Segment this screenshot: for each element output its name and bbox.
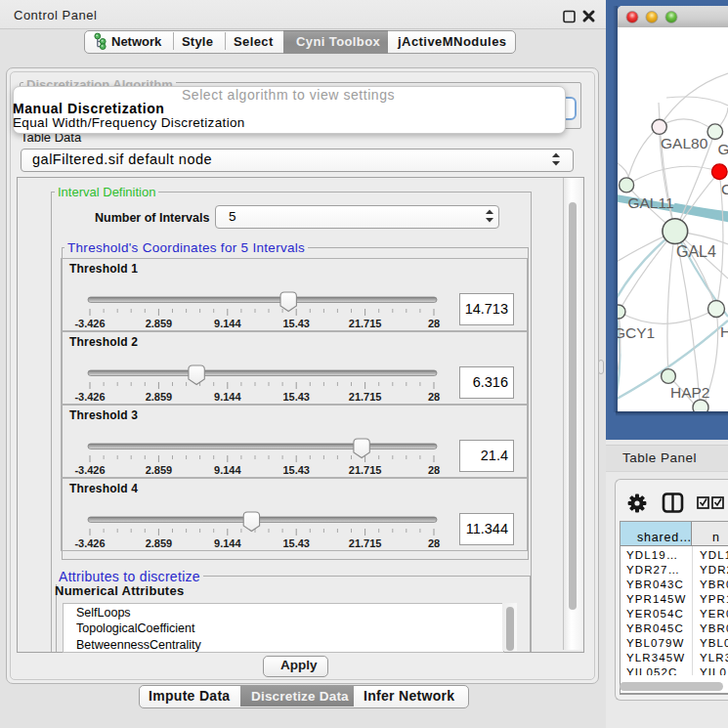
svg-text:21.715: 21.715	[349, 537, 382, 549]
svg-text:-3.426: -3.426	[74, 318, 105, 329]
svg-text:2.859: 2.859	[146, 464, 173, 476]
svg-text:9.144: 9.144	[214, 537, 241, 549]
svg-text:15.43: 15.43	[282, 318, 310, 329]
svg-text:GA: GA	[718, 141, 728, 157]
svg-text:28: 28	[428, 318, 440, 329]
svg-text:28: 28	[428, 537, 440, 549]
svg-text:21.715: 21.715	[349, 391, 382, 403]
svg-text:9.144: 9.144	[214, 464, 241, 476]
svg-text:15.43: 15.43	[282, 537, 310, 549]
svg-text:2.859: 2.859	[146, 537, 173, 549]
svg-text:9.144: 9.144	[214, 318, 241, 329]
svg-text:15.43: 15.43	[282, 391, 310, 403]
svg-text:28: 28	[428, 464, 440, 476]
svg-text:2.859: 2.859	[146, 318, 173, 329]
svg-text:9.144: 9.144	[214, 391, 241, 403]
svg-text:-3.426: -3.426	[74, 464, 105, 476]
svg-text:21.715: 21.715	[349, 464, 382, 476]
svg-text:15.43: 15.43	[282, 464, 310, 476]
svg-text:GAL11: GAL11	[627, 194, 673, 211]
svg-text:-3.426: -3.426	[74, 391, 105, 403]
svg-text:-3.426: -3.426	[74, 537, 105, 549]
svg-text:28: 28	[428, 391, 440, 403]
svg-text:2.859: 2.859	[146, 391, 173, 403]
svg-text:C: C	[721, 181, 728, 197]
svg-text:GAL4: GAL4	[676, 243, 716, 260]
svg-text:GAL80: GAL80	[661, 135, 708, 151]
svg-text:GCY1: GCY1	[618, 324, 655, 341]
svg-text:HAP2: HAP2	[670, 384, 710, 401]
svg-text:HI: HI	[720, 323, 728, 340]
svg-text:21.715: 21.715	[349, 318, 382, 329]
